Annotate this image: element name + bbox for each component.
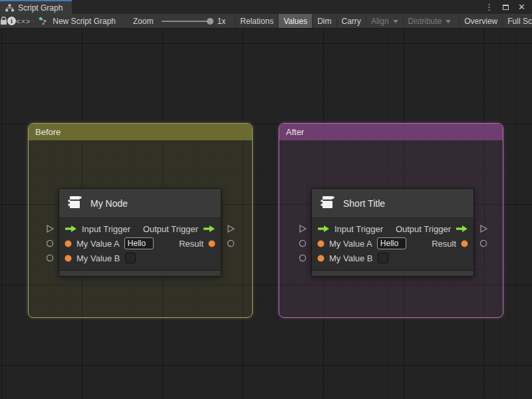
flow-arrow-icon[interactable] — [65, 225, 77, 233]
input-trigger-label: Input Trigger — [82, 224, 130, 234]
output-trigger-port[interactable] — [479, 224, 488, 233]
value-a-port[interactable] — [45, 239, 55, 248]
lock-button[interactable] — [0, 14, 7, 29]
value-b-row: My Value B — [59, 251, 221, 265]
tab-label: Script Graph — [18, 3, 63, 13]
unit-icon — [319, 194, 336, 213]
result-port[interactable] — [479, 239, 488, 248]
value-dot-icon[interactable] — [65, 240, 72, 247]
trigger-row: Input Trigger Output Trigger — [312, 221, 473, 236]
value-dot-icon[interactable] — [208, 240, 215, 247]
node-short-title[interactable]: Short Title Input Trigger Output Trigger… — [311, 188, 474, 277]
value-b-input[interactable] — [125, 253, 136, 263]
flow-arrow-icon[interactable] — [456, 225, 468, 233]
value-a-label: My Value A — [76, 239, 120, 249]
tab-bar: Script Graph ⋮ ✕ — [0, 0, 532, 14]
node-footer — [59, 270, 221, 276]
zoom-control: Zoom 1x — [133, 17, 225, 26]
hierarchy-icon — [5, 4, 14, 12]
values-button[interactable]: Values — [278, 14, 312, 29]
new-script-graph-label: New Script Graph — [53, 17, 116, 26]
close-icon[interactable]: ✕ — [518, 3, 525, 11]
graph-canvas[interactable]: Before After My Node — [0, 29, 532, 399]
result-label: Result — [179, 239, 203, 249]
fullscreen-button[interactable]: Full Screen — [502, 14, 532, 29]
zoom-value: 1x — [217, 17, 226, 26]
node-title: Short Title — [343, 198, 385, 209]
group-after-header[interactable]: After — [279, 124, 503, 140]
graph-node-icon — [39, 17, 48, 25]
trigger-row: Input Trigger Output Trigger — [59, 221, 221, 236]
result-port[interactable] — [226, 239, 235, 248]
script-graph-window: Script Graph ⋮ ✕ i <×> New Script Graph … — [0, 0, 532, 399]
result-label: Result — [432, 239, 456, 249]
value-a-label: My Value A — [329, 239, 372, 249]
value-b-port[interactable] — [298, 253, 307, 263]
window-controls: ⋮ ✕ — [485, 0, 532, 14]
output-trigger-label: Output Trigger — [143, 224, 198, 234]
group-before-header[interactable]: Before — [29, 124, 252, 140]
output-trigger-label: Output Trigger — [396, 224, 451, 234]
tab-script-graph[interactable]: Script Graph — [0, 0, 72, 14]
info-button[interactable]: i — [7, 14, 16, 29]
value-dot-icon[interactable] — [65, 255, 72, 262]
carry-button[interactable]: Carry — [336, 14, 366, 29]
group-before-label: Before — [35, 127, 61, 137]
toolbar-toggle-group: Relations Values Dim Carry Align Distrib… — [235, 14, 532, 29]
group-after-label: After — [286, 127, 304, 137]
align-dropdown[interactable]: Align — [366, 14, 403, 29]
value-dot-icon[interactable] — [317, 255, 325, 262]
menu-dots-icon[interactable]: ⋮ — [485, 3, 493, 11]
value-a-row: My Value A Result — [59, 236, 221, 251]
value-dot-icon[interactable] — [317, 240, 325, 247]
chevron-down-icon — [446, 20, 451, 23]
flow-arrow-icon[interactable] — [317, 225, 330, 233]
value-a-row: My Value A Result — [312, 236, 473, 251]
value-a-input[interactable] — [124, 237, 154, 249]
relations-button[interactable]: Relations — [235, 14, 278, 29]
node-my-node[interactable]: My Node Input Trigger Output Trigger My … — [59, 188, 221, 277]
code-view-button[interactable]: <×> — [16, 14, 31, 29]
zoom-slider[interactable] — [162, 21, 212, 22]
zoom-label: Zoom — [133, 17, 154, 26]
new-script-graph-button[interactable]: New Script Graph — [39, 17, 116, 26]
value-b-input[interactable] — [378, 253, 388, 263]
distribute-dropdown[interactable]: Distribute — [403, 14, 456, 29]
info-icon: i — [7, 17, 16, 25]
zoom-slider-handle[interactable] — [207, 18, 213, 25]
node-title: My Node — [90, 198, 128, 209]
value-b-label: My Value B — [329, 253, 373, 263]
chevron-down-icon — [393, 20, 398, 23]
node-body: Input Trigger Output Trigger My Value A … — [312, 218, 473, 268]
value-b-row: My Value B — [312, 251, 473, 265]
input-trigger-port[interactable] — [298, 224, 307, 233]
input-trigger-port[interactable] — [45, 224, 55, 233]
overview-button[interactable]: Overview — [459, 14, 502, 29]
node-header[interactable]: Short Title — [312, 189, 473, 218]
input-trigger-label: Input Trigger — [334, 224, 383, 234]
node-footer — [312, 270, 473, 276]
node-body: Input Trigger Output Trigger My Value A … — [59, 218, 221, 268]
value-a-port[interactable] — [298, 239, 307, 248]
code-icon: <×> — [16, 17, 31, 25]
graph-toolbar: i <×> New Script Graph Zoom 1x Relations… — [0, 14, 532, 29]
value-dot-icon[interactable] — [461, 240, 468, 247]
unit-icon — [66, 194, 83, 213]
flow-arrow-icon[interactable] — [203, 225, 215, 233]
maximize-icon[interactable] — [503, 5, 509, 10]
dim-button[interactable]: Dim — [312, 14, 336, 29]
value-b-port[interactable] — [45, 253, 55, 263]
node-header[interactable]: My Node — [59, 189, 221, 218]
value-a-input[interactable] — [377, 237, 406, 249]
value-b-label: My Value B — [76, 253, 120, 263]
output-trigger-port[interactable] — [226, 224, 235, 233]
